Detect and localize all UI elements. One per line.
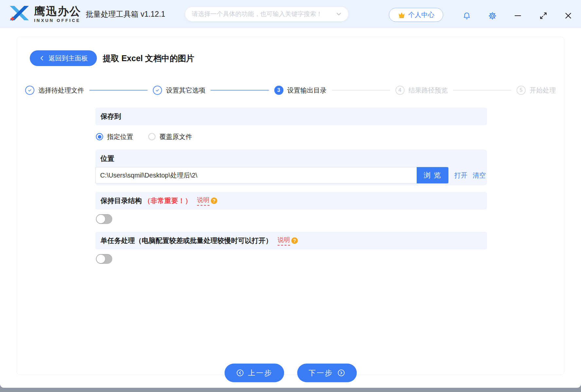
save-to-title: 保存到 <box>100 112 121 121</box>
step-3-label: 设置输出目录 <box>287 86 327 95</box>
location-title: 位置 <box>95 149 487 167</box>
question-mark-icon[interactable]: ? <box>211 197 217 204</box>
browse-button[interactable]: 浏 览 <box>417 167 448 183</box>
function-search[interactable] <box>185 7 349 22</box>
keep-structure-title: 保持目录结构 <box>100 196 142 205</box>
step-connector <box>89 90 148 91</box>
radio-selected-icon[interactable] <box>96 133 103 140</box>
save-to-section-header: 保存到 <box>95 108 487 125</box>
step-connector <box>210 90 269 91</box>
back-button-label: 返回到主面板 <box>49 54 88 63</box>
toggle-knob <box>97 215 105 223</box>
keep-structure-section-header: 保持目录结构 （非常重要！） 说明 ? <box>95 192 487 210</box>
maximize-button[interactable] <box>539 11 548 20</box>
keep-structure-help-link[interactable]: 说明 <box>197 196 209 206</box>
step-3-output-directory: 3 设置输出目录 <box>274 86 327 95</box>
step-4-number: 4 <box>395 86 405 95</box>
location-section: 位置 浏 览 打开 清空 <box>95 149 487 185</box>
save-to-options: 指定位置 覆盖原文件 <box>96 132 487 142</box>
step-2-label: 设置其它选项 <box>166 86 205 95</box>
step-3-number: 3 <box>274 86 283 95</box>
single-task-title: 单任务处理（电脑配置较差或批量处理较慢时可以打开） <box>100 236 272 245</box>
chevron-left-icon <box>39 55 45 61</box>
previous-step-label: 上一步 <box>248 368 273 378</box>
open-folder-link[interactable]: 打开 <box>454 171 467 180</box>
form-content: 保存到 指定位置 覆盖原文件 位置 浏 览 打开 <box>95 108 487 272</box>
step-2-other-options: 设置其它选项 <box>153 86 205 95</box>
output-path-input[interactable] <box>95 167 417 183</box>
step-5-start-processing: 5 开始处理 <box>517 86 556 95</box>
notifications-bell-icon[interactable] <box>462 11 471 20</box>
chevron-down-icon[interactable] <box>335 10 342 18</box>
path-links: 打开 清空 <box>454 171 486 180</box>
next-step-button[interactable]: 下一步 <box>297 364 357 382</box>
close-button[interactable] <box>564 11 573 20</box>
step-4-result-preview: 4 结果路径预览 <box>395 86 448 95</box>
step-5-label: 开始处理 <box>530 86 556 95</box>
clear-path-link[interactable]: 清空 <box>473 171 486 180</box>
radio-overwrite-original-label: 覆盖原文件 <box>159 132 192 141</box>
single-task-section-header: 单任务处理（电脑配置较差或批量处理较慢时可以打开） 说明 ? <box>95 232 487 249</box>
step-2-check-icon <box>153 86 162 95</box>
single-task-toggle-off[interactable] <box>96 254 112 264</box>
radio-specified-location-label: 指定位置 <box>107 132 133 141</box>
circle-arrow-left-icon <box>236 369 244 377</box>
title-bar: 鹰迅办公 INXUN OFFICE 批量处理工具箱 v1.12.1 个人中心 <box>0 0 581 28</box>
logo-x-icon <box>9 5 30 23</box>
personal-center-label: 个人中心 <box>408 10 434 19</box>
question-mark-icon[interactable]: ? <box>291 237 298 244</box>
keep-structure-toggle-off[interactable] <box>96 214 112 224</box>
output-path-row: 浏 览 打开 清空 <box>95 167 487 183</box>
step-4-label: 结果路径预览 <box>409 86 448 95</box>
circle-arrow-right-icon <box>337 369 345 377</box>
step-1-label: 选择待处理文件 <box>38 86 84 95</box>
app-logo: 鹰迅办公 INXUN OFFICE <box>9 5 81 23</box>
single-task-help-link[interactable]: 说明 <box>278 236 290 246</box>
toggle-knob <box>97 255 105 263</box>
search-input[interactable] <box>192 10 335 18</box>
radio-specified-location[interactable]: 指定位置 <box>96 132 133 141</box>
app-subtitle: 批量处理工具箱 v1.12.1 <box>86 9 165 19</box>
app-name-en: INXUN OFFICE <box>34 18 81 23</box>
step-connector <box>453 90 511 91</box>
radio-overwrite-original[interactable]: 覆盖原文件 <box>148 132 192 141</box>
page-title: 提取 Excel 文档中的图片 <box>103 53 194 64</box>
step-indicator: 选择待处理文件 设置其它选项 3 设置输出目录 4 结果路径预览 <box>25 85 556 95</box>
personal-center-button[interactable]: 个人中心 <box>389 8 443 22</box>
settings-gear-icon[interactable] <box>488 11 497 20</box>
back-to-dashboard-button[interactable]: 返回到主面板 <box>30 50 97 66</box>
panel-header: 返回到主面板 提取 Excel 文档中的图片 <box>30 50 194 66</box>
minimize-button[interactable] <box>513 11 522 20</box>
main-panel: 返回到主面板 提取 Excel 文档中的图片 选择待处理文件 <box>17 37 564 375</box>
app-name: 鹰迅办公 <box>34 6 81 17</box>
previous-step-button[interactable]: 上一步 <box>225 364 284 382</box>
logo-text: 鹰迅办公 INXUN OFFICE <box>34 6 81 23</box>
next-step-label: 下一步 <box>309 368 333 378</box>
keep-structure-important-note: （非常重要！） <box>144 196 192 205</box>
step-1-check-icon <box>25 86 34 95</box>
crown-icon <box>398 11 406 19</box>
step-5-number: 5 <box>517 86 526 95</box>
app-window: 鹰迅办公 INXUN OFFICE 批量处理工具箱 v1.12.1 个人中心 <box>0 0 581 388</box>
radio-unselected-icon[interactable] <box>148 133 155 140</box>
wizard-navigation: 上一步 下一步 <box>17 364 564 382</box>
step-1-select-files: 选择待处理文件 <box>25 86 84 95</box>
step-connector <box>332 90 390 91</box>
